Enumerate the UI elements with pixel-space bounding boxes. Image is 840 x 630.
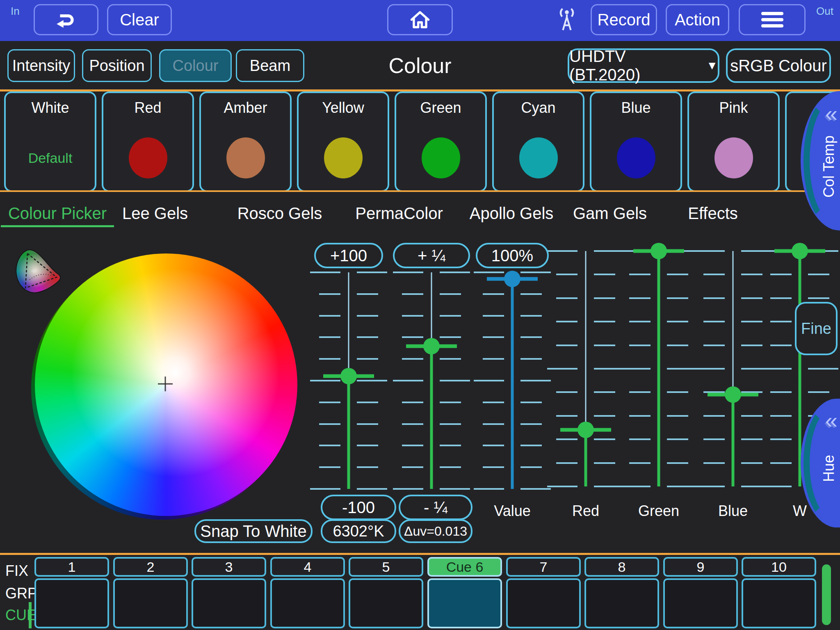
playback-column-body[interactable]	[34, 578, 109, 628]
playback-column-body[interactable]	[427, 578, 502, 628]
tab-intensity[interactable]: Intensity	[7, 49, 75, 82]
gel-tab-apollo-gels[interactable]: Apollo Gels	[470, 197, 554, 230]
gel-tab-permacolor[interactable]: PermaColor	[355, 197, 443, 230]
swatch-amber[interactable]: Amber	[199, 91, 292, 192]
playback-scrollbar[interactable]	[822, 564, 831, 625]
playback-column-body[interactable]	[270, 578, 345, 628]
playback-column-header[interactable]: 8	[584, 557, 659, 577]
tab-colour[interactable]: Colour	[159, 49, 232, 82]
playback-column-header[interactable]: 5	[349, 557, 423, 577]
minus-quarter-button[interactable]: - ¼	[399, 495, 472, 520]
playback-column-header[interactable]: 10	[742, 557, 816, 577]
action-button[interactable]: Action	[666, 4, 729, 35]
playback-column-body[interactable]	[742, 578, 816, 628]
tick	[667, 368, 697, 370]
chevron-down-icon: ▼	[706, 59, 718, 72]
undo-button[interactable]	[34, 4, 98, 35]
delta-uv-button[interactable]: Δuv=0.013	[399, 519, 472, 543]
snap-to-white-button[interactable]: Snap To White	[194, 519, 313, 543]
cue-row-label[interactable]: CUE	[5, 607, 37, 624]
gel-tab-colour-picker[interactable]: Colour Picker	[8, 197, 107, 230]
fader-knob[interactable]	[423, 338, 440, 354]
record-button[interactable]: Record	[591, 4, 657, 35]
gel-tab-gam-gels[interactable]: Gam Gels	[573, 197, 647, 230]
tick	[440, 293, 461, 295]
out-label: Out	[816, 5, 833, 18]
swatch-yellow[interactable]: Yellow	[297, 91, 389, 192]
cie-diagram-thumbnail[interactable]	[12, 243, 66, 298]
tab-position[interactable]: Position	[82, 49, 152, 82]
playback-column-body[interactable]	[663, 578, 738, 628]
broadcast-antenna-icon[interactable]	[553, 7, 581, 34]
swatch-cyan[interactable]: Cyan	[492, 91, 584, 192]
playback-column-body[interactable]	[113, 578, 188, 628]
value-percent-button[interactable]: 100%	[476, 243, 549, 268]
playback-column-body[interactable]	[192, 578, 266, 628]
swatch-pink[interactable]: Pink	[687, 91, 780, 192]
clear-button[interactable]: Clear	[107, 4, 172, 35]
tick	[761, 486, 792, 487]
tick	[440, 423, 461, 425]
grp-row-label[interactable]: GRP	[5, 585, 37, 602]
tick	[594, 297, 615, 299]
tick	[474, 488, 504, 490]
playback-column-header[interactable]: 4	[270, 557, 345, 577]
hue-plus-100-button[interactable]: +100	[314, 243, 383, 268]
tick	[310, 488, 340, 490]
fader-quarter[interactable]	[395, 272, 468, 489]
fix-row-label[interactable]: FIX	[5, 562, 28, 580]
home-button[interactable]	[387, 4, 453, 35]
tick	[402, 315, 423, 317]
plus-quarter-button[interactable]: + ¼	[393, 243, 470, 268]
fader-knob[interactable]	[340, 368, 357, 384]
playback-column-header[interactable]: 1	[34, 557, 109, 577]
tick	[357, 466, 378, 468]
fader-knob[interactable]	[725, 386, 741, 403]
fader-green[interactable]	[623, 251, 695, 486]
swatch-white[interactable]: WhiteDefault	[4, 91, 96, 192]
tick	[520, 402, 542, 403]
playback-column-header[interactable]: 3	[192, 557, 266, 577]
gel-tab-effects[interactable]: Effects	[688, 197, 738, 230]
playback-column-body[interactable]	[349, 578, 423, 628]
playback-column-header[interactable]: 2	[113, 557, 188, 577]
playback-column-header[interactable]: Cue 6	[427, 557, 502, 577]
playback-column-header[interactable]: 9	[663, 557, 738, 577]
menu-button[interactable]	[739, 4, 806, 35]
fader-fill	[657, 251, 660, 486]
tick	[357, 445, 378, 446]
playback-column-body[interactable]	[506, 578, 581, 628]
fader-red[interactable]	[550, 251, 622, 486]
fader-hue[interactable]	[313, 272, 385, 489]
tick	[483, 466, 504, 468]
tick	[770, 321, 792, 322]
swatch-red[interactable]: Red	[102, 91, 194, 192]
tick	[547, 250, 578, 252]
fader-knob[interactable]	[578, 422, 594, 438]
hue-minus-100-button[interactable]: -100	[321, 495, 396, 520]
fine-button[interactable]: Fine	[795, 302, 838, 355]
playback-column-body[interactable]	[584, 578, 659, 628]
fader-blue[interactable]	[697, 251, 769, 486]
colour-temperature-button[interactable]: 6302°K	[321, 519, 396, 543]
undo-icon	[55, 9, 77, 31]
colour-palette-row: WhiteDefaultRedAmberYellowGreenCyanBlueP…	[4, 91, 840, 192]
gel-tab-lee-gels[interactable]: Lee Gels	[122, 197, 188, 230]
tick	[440, 272, 470, 273]
fader-knob[interactable]	[504, 271, 520, 287]
gel-tab-rosco-gels[interactable]: Rosco Gels	[237, 197, 322, 230]
fader-knob[interactable]	[651, 243, 667, 259]
tick	[483, 293, 504, 295]
colour-wheel[interactable]	[35, 253, 297, 516]
swatch-blue[interactable]: Blue	[590, 91, 682, 192]
tick	[357, 402, 378, 403]
srgb-colour-button[interactable]: sRGB Colour	[726, 48, 831, 83]
tick	[556, 415, 578, 417]
tab-beam[interactable]: Beam	[236, 49, 304, 82]
fader-knob[interactable]	[792, 243, 808, 259]
colorspace-dropdown[interactable]: UHDTV (BT.2020) ▼	[568, 48, 719, 83]
fader-value[interactable]	[476, 272, 548, 489]
tick	[667, 274, 688, 275]
swatch-green[interactable]: Green	[395, 91, 487, 192]
playback-column-header[interactable]: 7	[506, 557, 581, 577]
